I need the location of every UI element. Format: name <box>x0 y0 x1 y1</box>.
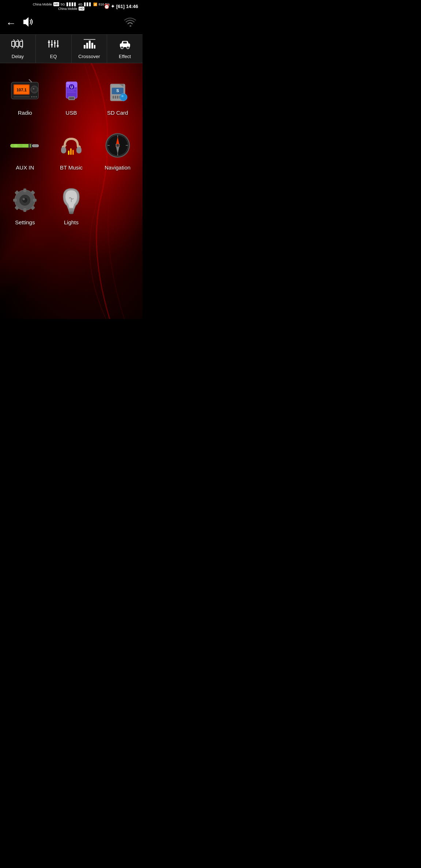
app-usb[interactable]: U USB <box>50 71 93 122</box>
svg-rect-2 <box>16 41 19 46</box>
btmusic-icon-wrap <box>57 131 86 160</box>
svg-rect-61 <box>33 145 38 147</box>
tab-crossover[interactable]: Crossover <box>72 35 107 63</box>
sdcard-label: SD Card <box>107 110 128 116</box>
svg-text:S: S <box>116 88 119 93</box>
svg-rect-69 <box>70 148 72 155</box>
tab-eq[interactable]: EQ <box>36 35 72 63</box>
svg-rect-66 <box>61 147 66 153</box>
app-auxin[interactable]: AUX IN <box>4 125 46 176</box>
svg-rect-96 <box>69 212 73 214</box>
svg-rect-52 <box>117 96 118 99</box>
svg-rect-97 <box>70 214 73 214</box>
app-btmusic[interactable]: BT Music <box>50 125 93 176</box>
svg-rect-10 <box>54 42 56 43</box>
header-left: ← <box>6 16 34 30</box>
svg-point-19 <box>121 46 123 49</box>
back-button[interactable]: ← <box>6 18 16 29</box>
auxin-icon-wrap <box>10 131 39 160</box>
app-navigation[interactable]: Navigation <box>96 125 139 176</box>
bluetooth-icon: ✦ <box>111 3 116 9</box>
svg-rect-50 <box>113 96 114 99</box>
wifi-status-icon: 📶 <box>93 3 97 6</box>
carrier2-label: China Mobile <box>58 7 77 11</box>
battery-icon: [61] <box>116 3 125 9</box>
svg-rect-95 <box>69 211 74 212</box>
navigation-label: Navigation <box>105 164 130 171</box>
status-right: ⏰ ✦ [61] 14:46 <box>104 3 138 9</box>
app-sdcard[interactable]: S SD Card <box>96 71 139 122</box>
alarm-icon: ⏰ <box>104 3 110 9</box>
svg-point-28 <box>32 87 37 92</box>
status-bar: China Mobile HD 5G ▋▋▋▋ 4G ▋▋▋ 📶 816 B/s… <box>0 0 143 12</box>
svg-text:U: U <box>70 85 73 89</box>
app-lights[interactable]: Lights <box>50 180 93 231</box>
svg-rect-67 <box>76 147 81 153</box>
svg-rect-68 <box>68 151 69 155</box>
svg-rect-8 <box>48 42 50 43</box>
eq-icon <box>47 38 60 52</box>
wifi-header-icon <box>124 16 137 30</box>
svg-rect-13 <box>86 43 88 49</box>
svg-rect-43 <box>67 92 76 93</box>
tab-delay-label: Delay <box>12 54 24 59</box>
auxin-label: AUX IN <box>16 164 34 171</box>
signal-bars1: ▋▋▋▋ <box>67 3 77 6</box>
svg-rect-70 <box>72 150 74 155</box>
sdcard-icon-wrap: S <box>103 76 132 105</box>
svg-point-34 <box>35 96 37 98</box>
tab-crossover-label: Crossover <box>78 54 100 59</box>
app-radio[interactable]: 107.1 Radio <box>4 71 46 122</box>
settings-icon-wrap <box>10 186 39 215</box>
svg-rect-14 <box>89 41 91 49</box>
svg-point-91 <box>22 197 28 203</box>
svg-point-32 <box>31 96 33 98</box>
radio-icon-wrap: 107.1 <box>10 76 39 105</box>
svg-point-80 <box>116 144 119 147</box>
crossover-icon <box>83 38 96 52</box>
svg-rect-3 <box>20 41 23 46</box>
tab-effect-label: Effect <box>119 54 131 59</box>
hd-badge2: HD <box>79 7 84 11</box>
svg-point-29 <box>33 88 34 90</box>
header: ← <box>0 12 143 34</box>
lights-icon-wrap <box>57 186 86 215</box>
main-content: 107.1 Radio <box>0 63 143 319</box>
svg-rect-1 <box>12 41 15 46</box>
5g-label: 5G <box>61 3 65 6</box>
svg-rect-84 <box>13 199 17 202</box>
app-settings[interactable]: Settings <box>4 180 46 231</box>
radio-label: Radio <box>18 110 32 116</box>
tab-delay[interactable]: Delay <box>0 35 36 63</box>
4g-label: 4G <box>78 3 83 6</box>
svg-point-20 <box>126 46 129 49</box>
svg-rect-83 <box>23 208 26 212</box>
lights-label: Lights <box>64 219 79 225</box>
app-empty <box>96 180 139 231</box>
tab-effect[interactable]: Effect <box>107 35 143 63</box>
usb-label: USB <box>66 110 77 116</box>
svg-point-55 <box>120 94 127 101</box>
tab-bar: Delay EQ <box>0 34 143 63</box>
svg-rect-82 <box>23 189 26 192</box>
svg-rect-15 <box>91 43 93 49</box>
volume-icon[interactable] <box>22 16 34 30</box>
svg-rect-44 <box>67 83 70 84</box>
svg-rect-16 <box>94 45 95 49</box>
navigation-icon-wrap <box>103 131 132 160</box>
effect-icon <box>118 38 132 52</box>
svg-rect-11 <box>57 45 59 46</box>
signal-bars2: ▋▋▋ <box>84 3 92 6</box>
carrier-info: China Mobile HD 5G ▋▋▋▋ 4G ▋▋▋ 📶 816 B/s… <box>33 2 110 11</box>
svg-rect-41 <box>67 89 76 90</box>
svg-rect-12 <box>84 45 86 49</box>
svg-text:107.1: 107.1 <box>17 88 27 92</box>
svg-point-71 <box>64 145 67 146</box>
btmusic-label: BT Music <box>60 164 83 171</box>
svg-rect-85 <box>33 199 37 202</box>
svg-point-92 <box>23 198 25 200</box>
svg-rect-38 <box>69 97 74 99</box>
settings-label: Settings <box>15 219 35 225</box>
svg-rect-59 <box>31 144 32 148</box>
svg-rect-94 <box>68 209 74 211</box>
